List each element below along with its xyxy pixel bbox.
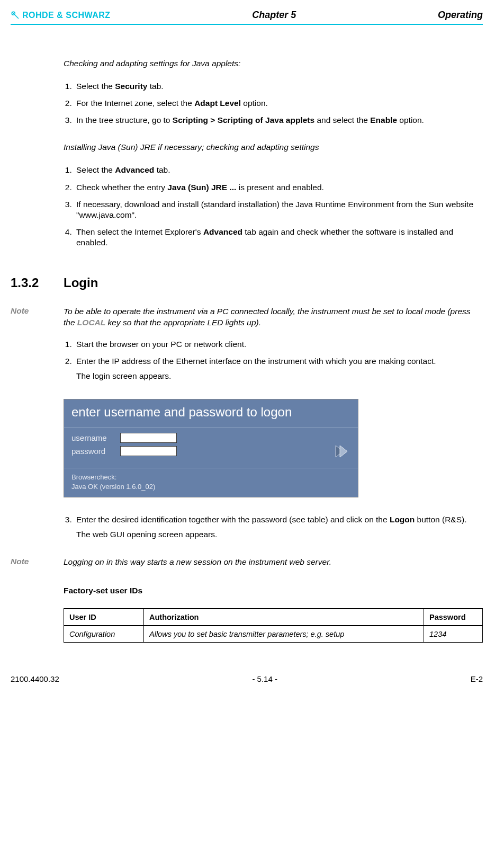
subheading-java-applets: Checking and adapting settings for Java …: [64, 59, 483, 68]
username-label: username: [71, 433, 114, 442]
footer-right: E-2: [471, 674, 483, 683]
note-local-mode: Note To be able to operate the instrumen…: [11, 306, 483, 328]
note-label: Note: [11, 557, 64, 568]
steps-java-applets: Select the Security tab. For the Interne…: [64, 81, 483, 126]
th-userid: User ID: [64, 609, 144, 626]
submit-arrow-icon: [334, 443, 349, 459]
step: If necessary, download and install (stan…: [74, 199, 483, 220]
subheading-jre: Installing Java (Sun) JRE if necessary; …: [64, 143, 483, 152]
content: Checking and adapting settings for Java …: [64, 59, 483, 683]
step: Start the browser on your PC or network …: [74, 339, 483, 350]
step-result: The web GUI opening screen appears.: [76, 529, 483, 540]
step: Select the Advanced tab.: [74, 165, 483, 175]
note-label: Note: [11, 306, 64, 328]
step: For the Internet zone, select the Adapt …: [74, 98, 483, 109]
login-screenshot-title: enter username and password to logon: [64, 399, 358, 428]
steps-login: Start the browser on your PC or network …: [64, 339, 483, 381]
note-text: To be able to operate the instrument via…: [64, 306, 483, 328]
step: Enter the desired identification togethe…: [74, 514, 483, 540]
section-label: Operating: [438, 10, 483, 21]
step-result: The login screen appears.: [76, 371, 483, 381]
password-input[interactable]: [120, 446, 177, 456]
brand-text: ROHDE & SCHWARZ: [22, 11, 111, 20]
brand-logo: ROHDE & SCHWARZ: [11, 11, 111, 20]
td-auth: Allows you to set basic transmitter para…: [144, 626, 424, 643]
step: Select the Security tab.: [74, 81, 483, 92]
step: Then select the Internet Explorer's Adva…: [74, 227, 483, 248]
th-auth: Authorization: [144, 609, 424, 626]
section-number: 1.3.2: [11, 275, 64, 290]
table-row: Configuration Allows you to set basic tr…: [64, 626, 483, 643]
username-row: username: [71, 433, 324, 443]
browsercheck-label: Browsercheck:: [71, 473, 350, 482]
note-text: Logging on in this way starts a new sess…: [64, 557, 483, 568]
footer-left: 2100.4400.32: [11, 674, 59, 683]
password-label: password: [71, 447, 114, 456]
browsercheck: Browsercheck: Java OK (version 1.6.0_02): [64, 468, 358, 497]
svg-marker-2: [340, 446, 347, 457]
step: In the tree structure, go to Scripting >…: [74, 115, 483, 126]
brand-icon: [11, 11, 20, 20]
note-session: Note Logging on in this way starts a new…: [11, 557, 483, 568]
th-password: Password: [424, 609, 483, 626]
username-input[interactable]: [120, 433, 177, 443]
page-footer: 2100.4400.32 - 5.14 - E-2: [11, 674, 483, 683]
footer-center: - 5.14 -: [252, 674, 277, 683]
td-userid: Configuration: [64, 626, 144, 643]
step: Check whether the entry Java (Sun) JRE .…: [74, 182, 483, 193]
logon-button[interactable]: [332, 442, 350, 460]
page-header: ROHDE & SCHWARZ Chapter 5 Operating: [11, 10, 483, 25]
steps-jre: Select the Advanced tab. Check whether t…: [64, 165, 483, 248]
browsercheck-value: Java OK (version 1.6.0_02): [71, 482, 350, 492]
td-password: 1234: [424, 626, 483, 643]
factory-heading: Factory-set user IDs: [64, 586, 483, 595]
factory-table: User ID Authorization Password Configura…: [64, 608, 483, 643]
section-title: Login: [64, 275, 98, 290]
table-header-row: User ID Authorization Password: [64, 609, 483, 626]
login-screenshot: enter username and password to logon use…: [64, 399, 358, 497]
steps-login-cont: Enter the desired identification togethe…: [64, 514, 483, 540]
step: Enter the IP address of the Ethernet int…: [74, 356, 483, 381]
section-heading-login: 1.3.2 Login: [11, 275, 483, 290]
chapter-label: Chapter 5: [252, 10, 296, 21]
password-row: password: [71, 446, 324, 456]
